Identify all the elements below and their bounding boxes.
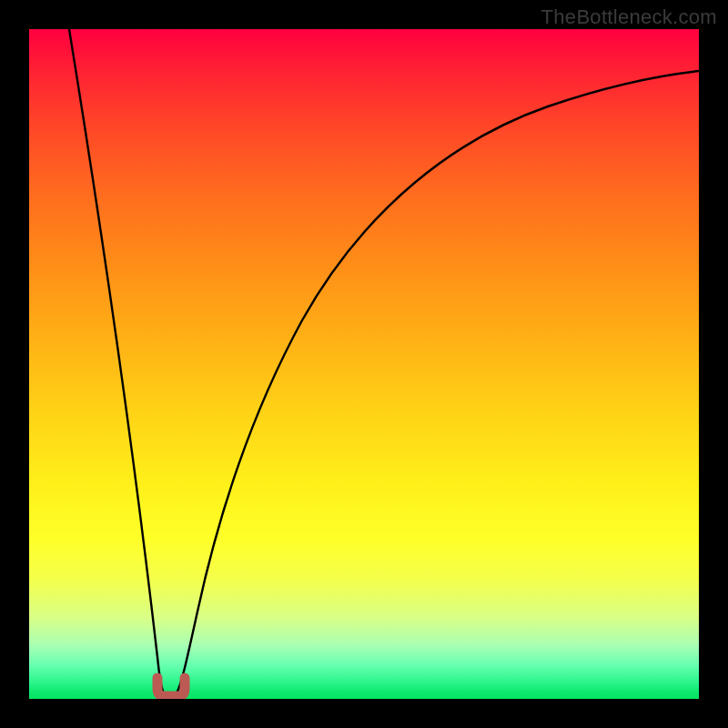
chart-frame: TheBottleneck.com [0,0,728,728]
watermark-text: TheBottleneck.com [541,5,717,29]
valley-marker-icon [157,678,185,696]
curve-overlay [29,29,699,699]
bottleneck-curve [69,29,699,698]
plot-area [29,29,699,699]
